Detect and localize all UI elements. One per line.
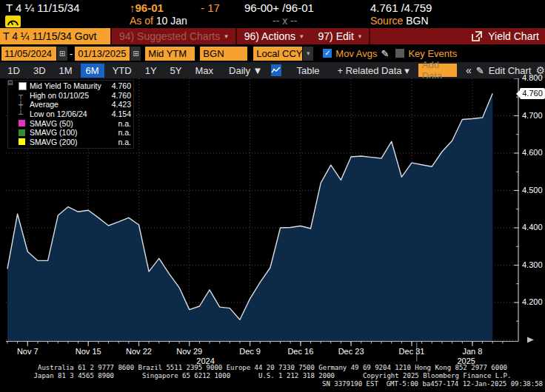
pencil-icon[interactable]: ✎: [476, 65, 484, 76]
mov-avgs-checkbox[interactable]: ✓: [323, 49, 332, 58]
line-chart-icon: [271, 67, 281, 74]
price-up-arrow-icon: ↑: [130, 1, 136, 14]
legend-row[interactable]: SMAVG (50)n.a.: [19, 118, 131, 128]
y-axis-label: 4.800: [522, 73, 545, 82]
x-axis-label: Dec 16: [287, 347, 313, 356]
legend-marker-icon: ┼: [19, 101, 30, 109]
y-axis-label: 4.600: [522, 148, 545, 157]
y-axis-label: 4.700: [522, 111, 545, 120]
export-icon[interactable]: [472, 31, 482, 41]
mov-avgs-label: Mov Avgs: [335, 48, 377, 59]
x-axis-label: Dec 23: [338, 347, 364, 356]
chart-controls-bar: 11/05/2024 ⊞ - 01/13/2025 ⊞ Mid YTM BGN …: [0, 44, 545, 62]
currency-selector[interactable]: Local CCY: [253, 47, 302, 61]
legend-row[interactable]: ┴Low on 12/06/244.154: [19, 109, 131, 119]
quote-header: T 4 ¼ 11/15/34 ↑96-01 - 17 96-00+ /96-01…: [0, 0, 545, 28]
range-tabs: 1D3D1M6MYTD1Y5YMax: [1, 64, 220, 78]
legend-marker-icon: ┴: [19, 110, 30, 118]
calendar-icon[interactable]: ⊞: [56, 47, 67, 61]
legend-swatch: [19, 138, 30, 145]
table-button[interactable]: Table: [292, 65, 324, 76]
legend-label: SMAVG (50): [30, 119, 106, 128]
yield-pair: 4.761 /4.759: [370, 1, 432, 14]
x-axis-label: Nov 7: [17, 347, 39, 356]
x-axis-label: Nov 29: [176, 347, 202, 356]
chevron-down-icon: ▾: [358, 33, 362, 40]
legend-value: 4.760: [106, 81, 131, 90]
chart-type-button[interactable]: [271, 64, 281, 76]
menu-separator: [369, 28, 370, 44]
key-events-label: Key Events: [408, 48, 457, 59]
terminal-footer: Australia 61 2 9777 8600 Brazil 5511 239…: [0, 364, 545, 392]
legend-value: n.a.: [106, 119, 131, 128]
range-tab-1y[interactable]: 1Y: [140, 64, 162, 78]
range-tab-1d[interactable]: 1D: [2, 64, 25, 78]
security-tab[interactable]: T 4 ¼ 11/15/34 Govt: [0, 28, 110, 44]
pencil-icon[interactable]: ✎: [381, 48, 389, 59]
legend-swatch: [19, 129, 30, 136]
period-dropdown[interactable]: Daily ▼: [224, 65, 267, 76]
page-title: Yield Chart: [488, 30, 539, 42]
legend-swatch: [19, 82, 30, 90]
legend-value: n.a.: [106, 128, 131, 137]
legend-rows: Mid Yield To Maturity4.760┬High on 01/10…: [19, 81, 131, 146]
legend-swatch: [19, 120, 30, 126]
legend-value: n.a.: [106, 138, 131, 146]
range-tab-5y[interactable]: 5Y: [165, 64, 187, 78]
add-data-input[interactable]: Add Data: [418, 64, 457, 77]
page-title-area: Yield Chart: [472, 28, 545, 44]
range-tab-6m[interactable]: 6M: [81, 64, 104, 78]
related-data-dropdown[interactable]: + Related Data ▾: [333, 65, 414, 76]
legend-row[interactable]: ┬High on 01/10/254.760: [19, 91, 131, 101]
market-size: -- x --: [272, 15, 297, 27]
legend-collapse-icon[interactable]: ⊟: [7, 79, 13, 87]
legend-label: SMAVG (100): [30, 128, 106, 137]
security-ticker: T 4 ¼ 11/15/34: [6, 1, 80, 14]
footer-session-info: SN 3379190 EST GMT-5:00 ba457-174 12-Jan…: [0, 380, 545, 388]
collapse-panel-button[interactable]: «: [461, 64, 476, 76]
gauge-glyph: [7, 17, 19, 27]
chevron-down-icon[interactable]: ▾: [303, 47, 313, 61]
x-axis-label: Nov 22: [126, 347, 152, 356]
legend-row[interactable]: Mid Yield To Maturity4.760: [19, 81, 131, 91]
range-tab-max[interactable]: Max: [190, 64, 218, 78]
legend-value: 4.154: [106, 109, 131, 118]
alert-gauge-icon[interactable]: [5, 16, 21, 27]
x-axis-label: Dec 9: [239, 347, 261, 356]
date-to-input[interactable]: 01/13/2025: [75, 47, 130, 61]
legend-label: SMAVG (200): [30, 138, 106, 146]
calendar-icon[interactable]: ⊞: [130, 47, 141, 61]
chart-toolbar: 1D3D1M6MYTD1Y5YMax Daily ▼ Table + Relat…: [0, 62, 545, 78]
footer-phones-2: Japan 81 3 4565 8900 Singapore 65 6212 1…: [0, 372, 545, 380]
range-tab-3d[interactable]: 3D: [28, 64, 51, 78]
field-selector[interactable]: Mid YTM: [145, 47, 195, 61]
y-axis-label: 4.300: [522, 260, 545, 269]
x-axis-label: Nov 15: [76, 347, 101, 356]
legend-row[interactable]: SMAVG (100)n.a.: [19, 128, 131, 138]
date-range-separator: -: [67, 48, 75, 59]
range-tab-1m[interactable]: 1M: [54, 64, 78, 78]
chart-legend[interactable]: ⊟ Mid Yield To Maturity4.760┬High on 01/…: [7, 80, 134, 149]
chevron-down-icon: ▾: [300, 33, 304, 40]
yield-chart-plot[interactable]: 4.2004.3004.4004.5004.6004.7004.800Nov 7…: [0, 78, 545, 364]
legend-label: Low on 12/06/24: [30, 109, 106, 118]
last-value-tag: 4.760: [520, 88, 545, 99]
chevron-down-icon: ▾: [224, 33, 228, 40]
key-events-checkbox[interactable]: [395, 49, 404, 58]
edit-menu[interactable]: 97) Edit▾: [311, 28, 370, 44]
x-axis-label: Jan 8: [462, 347, 482, 356]
date-from-input[interactable]: 11/05/2024: [1, 47, 56, 61]
legend-row[interactable]: SMAVG (200)n.a.: [19, 138, 131, 147]
legend-row[interactable]: ┼Average4.423: [19, 100, 131, 109]
x-axis-label: Dec 31: [399, 347, 425, 356]
legend-label: Average: [30, 100, 106, 109]
suggested-charts-menu[interactable]: 94) Suggested Charts▾: [112, 28, 235, 44]
price-source: Source BGN: [370, 15, 429, 27]
function-menu-bar: T 4 ¼ 11/15/34 Govt 94) Suggested Charts…: [0, 28, 545, 44]
range-tab-ytd[interactable]: YTD: [107, 64, 137, 78]
legend-label: Mid Yield To Maturity: [30, 81, 106, 90]
price-change: - 17: [201, 1, 220, 14]
actions-menu[interactable]: 96) Actions▾: [237, 28, 311, 44]
pricing-source-input[interactable]: BGN: [200, 47, 247, 61]
y-axis-label: 4.400: [522, 223, 545, 232]
